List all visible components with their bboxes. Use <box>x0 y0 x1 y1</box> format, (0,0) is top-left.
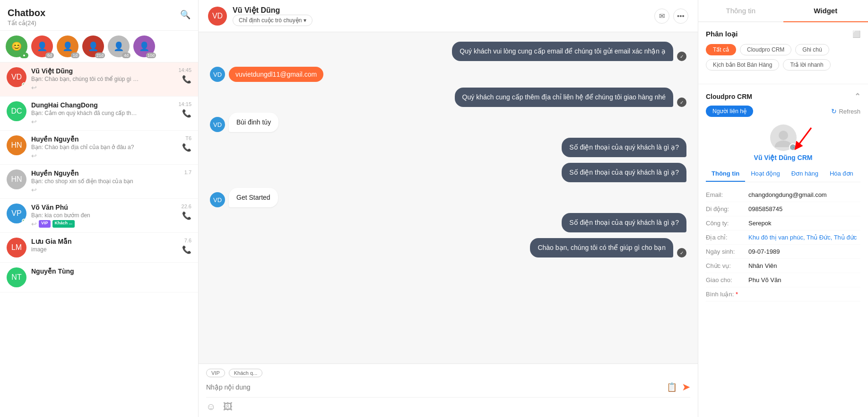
avatar-row: 😊 ● 👤 6d 👤 1d 👤 21d 👤 4d 👤 10d <box>0 31 198 62</box>
chat-name: Vũ Việt Dũng <box>31 67 168 75</box>
tab-thongtin[interactable]: Thông tin <box>698 0 783 22</box>
image-icon[interactable]: 🖼 <box>223 401 233 412</box>
section-title: Phân loại ⬜ <box>706 30 860 38</box>
chat-meta: 14:45 📞 <box>168 67 191 84</box>
more-options-button[interactable]: ••• <box>673 9 688 24</box>
avatar-item[interactable]: 😊 ● <box>6 35 27 57</box>
message-bubble: Quý khách vui lòng cung cấp email để chú… <box>452 42 673 61</box>
chat-preview: Bạn: Chào bạn địa chỉ của bạn ở đâu a? <box>31 144 140 151</box>
info-tab-donhang[interactable]: Đơn hàng <box>786 166 824 182</box>
crm-avatar-badge: 🔗 <box>789 143 797 151</box>
info-tab-hoatdong[interactable]: Hoạt động <box>745 166 786 182</box>
chat-avatar: NT <box>7 267 26 287</box>
field-value: Nhân Viên <box>748 262 860 269</box>
avatar-item[interactable]: 👤 1d <box>57 35 78 57</box>
field-value: 0985858745 <box>748 205 860 213</box>
avatar-item[interactable]: 👤 4d <box>108 35 130 57</box>
message-status: ✓ <box>677 98 686 107</box>
collapse-icon[interactable]: ⌃ <box>854 92 860 101</box>
chat-avatar: VP <box>7 204 26 223</box>
assign-button[interactable]: Chỉ định cuộc trò chuyện ▾ <box>233 15 312 26</box>
crm-refresh-button[interactable]: ↻ Refresh <box>831 107 860 115</box>
cat-tag-ghichu[interactable]: Ghi chú <box>795 44 829 55</box>
chat-meta: T6 📞 <box>168 135 191 152</box>
message-input[interactable] <box>206 383 662 391</box>
chat-item[interactable]: NT Nguyễn Tùng <box>0 263 198 293</box>
info-fields: Email: changdongdung@gmail.com Di động: … <box>706 188 860 302</box>
info-tab-hoadon[interactable]: Hóa đơn <box>824 166 859 182</box>
chat-item[interactable]: DC DungHai ChangDong Bạn: Cảm ơn quý khá… <box>0 97 198 131</box>
refresh-icon: ↻ <box>831 107 837 115</box>
message-bubble: Quý khách cung cấp thêm địa chỉ liên hệ … <box>455 88 673 107</box>
info-tab-thongtin[interactable]: Thông tin <box>706 166 745 182</box>
message-avatar: VD <box>210 67 225 82</box>
cat-tag-kichban[interactable]: Kịch bản Bot Bán Hàng <box>706 59 779 71</box>
cat-tag-traloi[interactable]: Trả lời nhanh <box>783 59 830 71</box>
chevron-down-icon: ▾ <box>304 17 306 24</box>
vip-tag[interactable]: VIP <box>206 369 225 377</box>
send-button[interactable]: ➤ <box>682 381 690 393</box>
chat-header-avatar: VD <box>208 7 227 26</box>
email-button[interactable]: ✉ <box>654 9 669 24</box>
assign-label: Chỉ định cuộc trò chuyện <box>239 17 302 24</box>
field-value: changdongdung@gmail.com <box>748 191 860 198</box>
time-badge: 6d <box>45 53 54 58</box>
chat-item[interactable]: HN Huyền Nguyễn Bạn: Chào bạn địa chỉ củ… <box>0 131 198 165</box>
time-badge: 21d <box>95 53 105 58</box>
message-row: Số điện thoại của quý khách là gì ạ? <box>210 163 686 182</box>
avatar-item[interactable]: 👤 10d <box>133 35 155 57</box>
chat-meta: 14:15 📞 <box>168 101 191 118</box>
chat-item[interactable]: VP Võ Văn Phú Bạn: kia con bướm đen ↩ VI… <box>0 199 198 233</box>
info-tabs: Thông tin Hoạt động Đơn hàng Hóa đơn <box>706 166 860 182</box>
chat-preview: Bạn: Cảm ơn quý khách đã cung cấp thông.… <box>31 110 140 116</box>
message-row: VD Get Started <box>210 188 686 207</box>
messages-area: Quý khách vui lòng cung cấp email để chú… <box>199 32 698 364</box>
sidebar-subtitle: Tất cả(24) <box>8 19 45 27</box>
chat-list: VD Vũ Việt Dũng Bạn: Chào bạn, chúng tôi… <box>0 62 198 417</box>
field-value: 09-07-1989 <box>748 248 860 255</box>
phone-icon: 📞 <box>182 211 191 220</box>
header-actions: ✉ ••• <box>654 9 688 24</box>
chat-name: Võ Văn Phú <box>31 204 168 211</box>
info-row-assignee: Giao cho: Phu Võ Văn <box>706 273 860 287</box>
chat-meta: 22.6 📞 <box>168 204 191 220</box>
cat-tag-cloudpro[interactable]: Cloudpro CRM <box>740 44 791 55</box>
chat-name: Huyền Nguyễn <box>31 169 168 177</box>
message-row: Quý khách vui lòng cung cấp email để chú… <box>210 42 686 61</box>
message-bubble: Bùi đinh túy <box>229 113 278 132</box>
chat-item[interactable]: VD Vũ Việt Dũng Bạn: Chào bạn, chúng tôi… <box>0 62 198 97</box>
sidebar-header: Chatbox Tất cả(24) 🔍 <box>0 0 198 31</box>
chat-avatar: DC <box>7 101 26 121</box>
reply-icon: ↩ <box>31 84 37 91</box>
field-value[interactable]: Khu đô thị van phúc, Thủ Đức, Thủ đức <box>748 234 860 241</box>
message-status: ✓ <box>677 248 686 257</box>
chat-item[interactable]: HN Huyền Nguyễn Bạn: cho shop xin số điệ… <box>0 165 198 199</box>
chat-info: Nguyễn Tùng <box>31 267 191 275</box>
chat-item[interactable]: LM Lưu Gia Mẫn image 7.6 📞 <box>0 233 198 263</box>
cat-tag-tatca[interactable]: Tất cả <box>706 44 736 55</box>
avatar-item[interactable]: 👤 21d <box>82 35 104 57</box>
phone-icon: 📞 <box>182 75 191 84</box>
attachment-icon[interactable]: 📋 <box>667 382 677 392</box>
reply-icon: ↩ <box>31 220 37 228</box>
info-row-comment: Bình luận: * <box>706 287 860 302</box>
crm-title: Cloudpro CRM ⌃ <box>706 92 860 101</box>
sidebar: Chatbox Tất cả(24) 🔍 😊 ● 👤 6d 👤 1d 👤 21d… <box>0 0 199 417</box>
chat-preview: Bạn: Chào bạn, chúng tôi có thể giúp gì … <box>31 76 140 82</box>
crm-actions-row: Người liên hệ ↻ Refresh <box>706 106 860 117</box>
avatar-item[interactable]: 👤 6d <box>31 35 53 57</box>
chat-preview: image <box>31 246 140 253</box>
khach-tag[interactable]: Khách q... <box>229 369 263 377</box>
chat-name: Nguyễn Tùng <box>31 267 191 275</box>
search-icon[interactable]: 🔍 <box>180 9 191 20</box>
chat-time: 22.6 <box>182 204 191 209</box>
category-tags: Tất cả Cloudpro CRM Ghi chú Kịch bản Bot… <box>706 44 860 71</box>
chat-meta: 7.6 📞 <box>168 238 191 254</box>
tab-widget[interactable]: Widget <box>783 0 868 22</box>
emoji-icon[interactable]: ☺ <box>206 401 216 412</box>
message-avatar: VD <box>210 192 225 207</box>
crm-contact-button[interactable]: Người liên hệ <box>706 106 753 117</box>
crm-profile: 🔗 Vũ Việt Dũng CRM <box>706 124 860 161</box>
field-label: Ngày sinh: <box>706 248 748 255</box>
new-window-icon[interactable]: ⬜ <box>852 30 860 38</box>
